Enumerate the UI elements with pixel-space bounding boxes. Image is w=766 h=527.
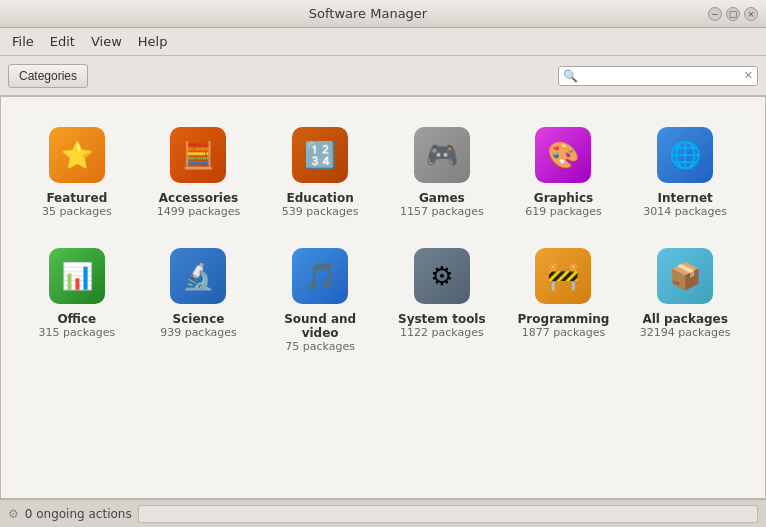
category-item-system[interactable]: ⚙System tools1122 packages (386, 238, 498, 363)
menu-help[interactable]: Help (130, 30, 176, 53)
statusbar-progress (138, 505, 758, 523)
category-item-featured[interactable]: ⭐Featured35 packages (21, 117, 133, 228)
menu-edit[interactable]: Edit (42, 30, 83, 53)
internet-icon: 🌐 (657, 127, 713, 183)
maximize-button[interactable]: □ (726, 7, 740, 21)
category-item-science[interactable]: 🔬Science939 packages (143, 238, 255, 363)
system-name: System tools (398, 312, 486, 326)
office-count: 315 packages (38, 326, 115, 339)
category-item-games[interactable]: 🎮Games1157 packages (386, 117, 498, 228)
search-icon: 🔍 (563, 69, 578, 83)
office-name: Office (57, 312, 96, 326)
programming-count: 1877 packages (522, 326, 606, 339)
minimize-button[interactable]: − (708, 7, 722, 21)
accessories-name: Accessories (159, 191, 239, 205)
gear-icon: ⚙ (8, 507, 19, 521)
education-icon: 🔢 (292, 127, 348, 183)
close-button[interactable]: × (744, 7, 758, 21)
featured-icon: ⭐ (49, 127, 105, 183)
games-icon: 🎮 (414, 127, 470, 183)
menubar: File Edit View Help (0, 28, 766, 56)
sound-icon: 🎵 (292, 248, 348, 304)
all-name: All packages (642, 312, 727, 326)
statusbar: ⚙ 0 ongoing actions (0, 499, 766, 527)
menu-view[interactable]: View (83, 30, 130, 53)
menu-file[interactable]: File (4, 30, 42, 53)
featured-count: 35 packages (42, 205, 112, 218)
system-icon: ⚙ (414, 248, 470, 304)
science-name: Science (173, 312, 225, 326)
clear-search-icon[interactable]: ✕ (744, 69, 753, 82)
category-item-office[interactable]: 📊Office315 packages (21, 238, 133, 363)
accessories-count: 1499 packages (157, 205, 241, 218)
science-icon: 🔬 (170, 248, 226, 304)
education-count: 539 packages (282, 205, 359, 218)
all-icon: 📦 (657, 248, 713, 304)
featured-name: Featured (46, 191, 107, 205)
category-item-internet[interactable]: 🌐Internet3014 packages (629, 117, 741, 228)
system-count: 1122 packages (400, 326, 484, 339)
games-name: Games (419, 191, 465, 205)
toolbar: Categories 🔍 ✕ (0, 56, 766, 96)
ongoing-actions-label: 0 ongoing actions (25, 507, 132, 521)
office-icon: 📊 (49, 248, 105, 304)
programming-icon: 🚧 (535, 248, 591, 304)
category-grid: ⭐Featured35 packages🧮Accessories1499 pac… (21, 117, 741, 363)
internet-count: 3014 packages (643, 205, 727, 218)
internet-name: Internet (658, 191, 713, 205)
education-name: Education (287, 191, 354, 205)
science-count: 939 packages (160, 326, 237, 339)
category-item-education[interactable]: 🔢Education539 packages (264, 117, 376, 228)
graphics-name: Graphics (534, 191, 593, 205)
search-box: 🔍 ✕ (558, 66, 758, 86)
category-item-all[interactable]: 📦All packages32194 packages (629, 238, 741, 363)
main-content: ⭐Featured35 packages🧮Accessories1499 pac… (0, 96, 766, 499)
category-item-programming[interactable]: 🚧Programming1877 packages (508, 238, 620, 363)
search-input[interactable] (578, 69, 744, 83)
category-item-graphics[interactable]: 🎨Graphics619 packages (508, 117, 620, 228)
window-controls: − □ × (708, 7, 758, 21)
category-item-sound[interactable]: 🎵Sound and video75 packages (264, 238, 376, 363)
graphics-count: 619 packages (525, 205, 602, 218)
window-title: Software Manager (309, 6, 427, 21)
sound-count: 75 packages (285, 340, 355, 353)
accessories-icon: 🧮 (170, 127, 226, 183)
category-item-accessories[interactable]: 🧮Accessories1499 packages (143, 117, 255, 228)
games-count: 1157 packages (400, 205, 484, 218)
titlebar: Software Manager − □ × (0, 0, 766, 28)
all-count: 32194 packages (640, 326, 731, 339)
programming-name: Programming (518, 312, 610, 326)
sound-name: Sound and video (269, 312, 371, 340)
graphics-icon: 🎨 (535, 127, 591, 183)
categories-button[interactable]: Categories (8, 64, 88, 88)
